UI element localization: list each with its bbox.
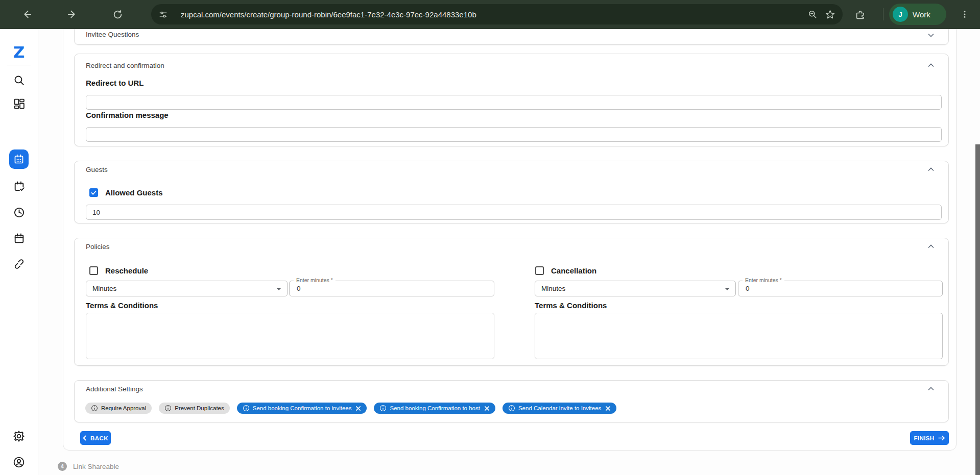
chip-label: Require Approval: [101, 405, 146, 411]
info-icon: [91, 405, 98, 412]
chip-send-confirmation-invitees[interactable]: Send booking Confirmation to invitees: [237, 403, 367, 414]
chip-send-calendar-invite[interactable]: Send Calendar invite to Invitees: [503, 403, 616, 414]
policies-title: Policies: [86, 243, 110, 251]
calendar-plain-icon: [13, 232, 26, 245]
cancellation-terms-textarea[interactable]: [535, 313, 943, 359]
extensions-button[interactable]: [851, 6, 869, 23]
cancellation-checkbox[interactable]: [535, 266, 544, 275]
redirect-to-url-input[interactable]: [86, 95, 942, 110]
guests-card: Guests Allowed Guests: [74, 161, 949, 223]
zoom-out-icon[interactable]: [804, 6, 821, 23]
browser-profile-button[interactable]: J Work: [889, 4, 946, 25]
sidebar-item-links[interactable]: [9, 254, 29, 274]
redirect-title: Redirect and confirmation: [86, 62, 164, 69]
url-text[interactable]: zupcal.com/events/create/group-round-rob…: [181, 10, 804, 19]
cancellation-terms-label: Terms & Conditions: [535, 301, 607, 310]
close-icon[interactable]: [484, 406, 490, 411]
sidebar-item-search[interactable]: [9, 70, 29, 90]
chip-label: Send booking Confirmation to invitees: [253, 405, 352, 411]
search-icon: [13, 74, 26, 87]
gear-icon: [12, 430, 26, 443]
info-icon: [379, 405, 387, 412]
close-icon[interactable]: [355, 406, 361, 411]
chip-send-confirmation-host[interactable]: Send booking Confirmation to host: [374, 403, 495, 414]
logo-z: Z: [13, 43, 25, 61]
browser-menu-button[interactable]: [956, 6, 973, 23]
chevron-down-icon[interactable]: [927, 31, 935, 39]
link-icon: [13, 258, 26, 270]
topbar-divider: [883, 8, 883, 20]
reschedule-unit-value: Minutes: [92, 285, 116, 292]
back-arrow-icon: [21, 9, 32, 20]
puzzle-icon: [855, 9, 866, 20]
chip-label: Send booking Confirmation to host: [390, 405, 480, 411]
chip-prevent-duplicates[interactable]: Prevent Duplicates: [159, 403, 230, 414]
chip-require-approval[interactable]: Require Approval: [85, 403, 152, 414]
app-sidebar: Z: [0, 29, 38, 475]
sidebar-divider: [7, 65, 31, 65]
browser-back-button[interactable]: [18, 6, 35, 23]
reschedule-unit-select[interactable]: Minutes: [86, 281, 288, 296]
additional-settings-card: Additional Settings: [74, 380, 949, 422]
reschedule-minutes-field: Enter minutes *: [289, 281, 494, 296]
confirmation-message-label: Confirmation message: [86, 111, 169, 119]
account-circle-icon: [12, 456, 26, 469]
cancellation-label: Cancellation: [551, 266, 596, 275]
arrow-right-icon: [938, 435, 945, 441]
sidebar-item-events-active[interactable]: [9, 149, 29, 169]
chevron-left-icon: [83, 435, 87, 441]
finish-button-label: FINISH: [914, 435, 934, 441]
check-icon: [90, 189, 97, 196]
allowed-guests-label: Allowed Guests: [105, 188, 163, 197]
cancellation-unit-value: Minutes: [541, 285, 565, 292]
kebab-menu-icon: [960, 10, 969, 19]
chevron-up-icon[interactable]: [927, 61, 935, 69]
calendar-check-icon: [13, 180, 26, 193]
cancellation-minutes-label: Enter minutes *: [743, 277, 784, 284]
sidebar-item-calendar[interactable]: [9, 228, 29, 248]
dashboard-icon: [13, 97, 26, 110]
scrollbar-thumb[interactable]: [975, 144, 980, 475]
finish-button[interactable]: FINISH: [910, 431, 949, 445]
chip-label: Send Calendar invite to Invitees: [518, 405, 601, 411]
app-logo[interactable]: Z: [9, 42, 29, 62]
redirect-to-url-label: Redirect to URL: [86, 79, 144, 87]
sidebar-item-dashboard[interactable]: [9, 93, 29, 114]
reschedule-terms-label: Terms & Conditions: [86, 301, 158, 310]
confirmation-message-input[interactable]: [86, 127, 942, 142]
forward-arrow-icon: [67, 9, 78, 20]
browser-forward-button[interactable]: [64, 6, 81, 23]
allowed-guests-checkbox[interactable]: [89, 188, 98, 197]
reschedule-label: Reschedule: [105, 266, 148, 275]
address-bar[interactable]: zupcal.com/events/create/group-round-rob…: [151, 4, 843, 24]
additional-settings-title: Additional Settings: [86, 385, 143, 393]
sidebar-item-bookings[interactable]: [9, 176, 29, 196]
guests-title: Guests: [86, 166, 108, 173]
allowed-guests-input[interactable]: [86, 205, 942, 220]
reschedule-checkbox[interactable]: [89, 266, 98, 275]
browser-reload-button[interactable]: [109, 6, 126, 23]
site-settings-icon[interactable]: [154, 6, 172, 23]
chevron-up-icon[interactable]: [927, 385, 935, 393]
chevron-up-icon[interactable]: [927, 165, 935, 173]
reschedule-minutes-label: Enter minutes *: [294, 277, 336, 284]
close-icon[interactable]: [605, 406, 611, 411]
toast-text: Link Shareable: [73, 463, 119, 470]
clock-icon: [13, 206, 26, 219]
chevron-up-icon[interactable]: [927, 242, 935, 251]
bookmark-star-icon[interactable]: [821, 6, 839, 23]
browser-topbar: zupcal.com/events/create/group-round-rob…: [0, 0, 980, 29]
profile-avatar: J: [893, 7, 908, 22]
info-icon: [243, 405, 250, 412]
sidebar-item-availability[interactable]: [9, 202, 29, 222]
info-icon: [164, 405, 172, 412]
profile-name: Work: [913, 10, 930, 19]
select-caret-icon: [725, 288, 730, 290]
sidebar-item-account[interactable]: [9, 452, 29, 472]
reschedule-terms-textarea[interactable]: [86, 313, 494, 359]
back-button[interactable]: BACK: [80, 431, 111, 445]
cancellation-unit-select[interactable]: Minutes: [535, 281, 736, 296]
sidebar-item-settings[interactable]: [9, 426, 29, 446]
calendar-icon: [13, 153, 25, 165]
policies-card: Policies Reschedule Minutes Enter minute…: [74, 238, 949, 366]
